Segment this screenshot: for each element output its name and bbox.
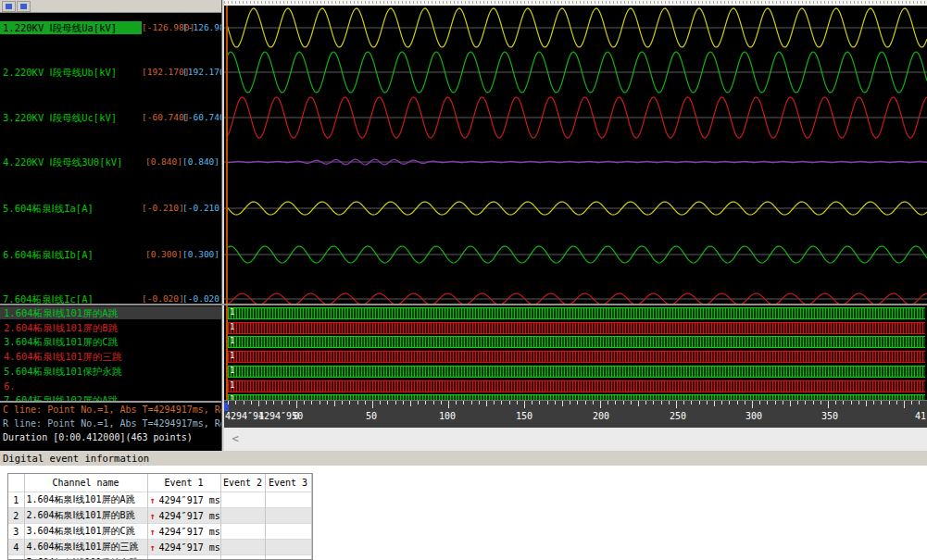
event-table-row-5[interactable]: 55.604柘泉Ⅰ线101保护永跳↑4294″917 ms [8, 555, 311, 560]
waveform-viewer-window: 1.220KV Ⅰ段母线Ua[kV][-126.980][-126.980]2.… [0, 0, 927, 560]
analog-channel-value-primary: [0.840] [142, 156, 182, 168]
axis-tick [721, 401, 722, 404]
digital-channel-row-5[interactable]: 5.604柘泉Ⅰ线101保护永跳 [0, 365, 221, 378]
event-table-header-4: Event 3 [265, 474, 311, 492]
duration-status: Duration [0:00.412000](463 points) [3, 432, 221, 442]
axis-tick [448, 401, 449, 408]
event1-cell: ↑4294″917 ms [147, 524, 220, 540]
axis-tick [866, 401, 867, 406]
event3-cell [265, 555, 311, 560]
axis-tick [539, 401, 540, 404]
digital-status-bar-1: 1 [228, 307, 925, 319]
event-info-section: Digital event information Channel nameEv… [0, 451, 927, 560]
axis-tick [357, 401, 358, 404]
axis-tick [395, 401, 396, 404]
axis-tick [418, 401, 419, 404]
analog-channel-label: 3.220KV Ⅰ段母线Uc[kV] [0, 111, 142, 124]
axis-tick-label: 350 [821, 411, 838, 421]
axis-tick [524, 401, 525, 408]
analog-channel-label: 5.604柘泉Ⅰ线Ia[A] [0, 202, 142, 215]
axis-tick [585, 401, 586, 404]
axis-tick [547, 401, 548, 404]
digital-state-value: 1 [230, 393, 234, 400]
axis-tick [775, 401, 776, 404]
axis-tick [669, 401, 670, 404]
time-cursor-line[interactable] [226, 6, 228, 400]
axis-tick [456, 401, 457, 404]
axis-tick [311, 401, 312, 404]
axis-tick [661, 401, 662, 404]
analog-wave-area[interactable] [224, 6, 927, 305]
axis-tick [889, 401, 890, 404]
axis-tick [873, 401, 874, 404]
axis-tick [843, 401, 844, 404]
axis-tick [737, 401, 738, 404]
digital-bars-area: 1111111 [224, 305, 927, 400]
analog-channel-value-primary: [0.300] [142, 248, 182, 261]
event1-cell: ↑4294″917 ms [147, 540, 220, 555]
axis-tick [615, 401, 616, 404]
axis-tick [509, 401, 510, 404]
time-axis: 4294″914294″95005010015020025030035041 [224, 400, 927, 428]
event-table-row-2[interactable]: 22.604柘泉Ⅰ线101屏的B跳↑4294″917 ms [8, 508, 311, 524]
digital-channel-row-6[interactable]: 6. [0, 380, 221, 392]
analog-channel-value-primary: [-0.210] [142, 202, 182, 215]
toolbar-button-2[interactable] [17, 1, 31, 12]
axis-tick [562, 401, 563, 406]
analog-channel-row-4[interactable]: 4.220KV Ⅰ段母线3U0[kV][0.840][0.840] [0, 156, 221, 168]
horizontal-scrollbar[interactable]: < [224, 428, 927, 451]
axis-tick [235, 401, 236, 404]
axis-tick [858, 401, 859, 404]
axis-tick [783, 401, 783, 404]
rising-edge-arrow-icon: ↑ [150, 542, 156, 553]
axis-tick [608, 401, 608, 404]
axis-tick [835, 401, 836, 404]
event-table-row-4[interactable]: 44.604柘泉Ⅰ线101屏的三跳↑4294″917 ms [8, 540, 311, 555]
axis-tick [486, 401, 487, 406]
digital-state-value: 1 [230, 350, 234, 361]
axis-tick [577, 401, 578, 404]
axis-tick [683, 401, 684, 404]
axis-tick-label: 0 [294, 411, 299, 421]
analog-channel-row-1[interactable]: 1.220KV Ⅰ段母线Ua[kV][-126.980][-126.980] [0, 21, 221, 34]
digital-event-table: Channel nameEvent 1Event 2Event 3 11.604… [8, 474, 312, 560]
event-row-number: 1 [8, 492, 24, 508]
analog-channel-label: 2.220KV Ⅰ段母线Ub[kV] [0, 66, 142, 79]
cursor-status-area: C line: Point No.=1, Abs T=4294917ms, Re… [0, 403, 221, 451]
digital-channel-row-2[interactable]: 2.604柘泉Ⅰ线101屏的B跳 [0, 321, 221, 334]
digital-channel-row-3[interactable]: 3.604柘泉Ⅰ线101屏的C跳 [0, 335, 221, 348]
digital-status-bar-3: 1 [228, 336, 925, 348]
analog-channel-value-secondary: [-0.210] [182, 202, 221, 215]
axis-tick [304, 401, 305, 404]
event2-cell [220, 524, 265, 540]
axis-tick [767, 401, 768, 404]
event-row-number: 2 [8, 508, 24, 524]
analog-channel-row-6[interactable]: 6.604柘泉Ⅰ线Ib[A][0.300][0.300] [0, 248, 221, 261]
axis-tick [821, 401, 821, 404]
digital-channel-row-4[interactable]: 4.604柘泉Ⅰ线101屏的三跳 [0, 350, 221, 363]
analog-channel-row-5[interactable]: 5.604柘泉Ⅰ线Ia[A][-0.210][-0.210] [0, 202, 221, 215]
toolbar-button-1[interactable] [2, 1, 16, 12]
c-cursor-status: C line: Point No.=1, Abs T=4294917ms, Re… [3, 404, 221, 415]
axis-tick [919, 401, 920, 404]
axis-tick [244, 401, 244, 404]
axis-tick [759, 401, 760, 404]
axis-tick [714, 401, 715, 406]
axis-tick [289, 401, 290, 404]
digital-state-value: 1 [230, 335, 234, 346]
scroll-left-arrow-icon[interactable]: < [228, 431, 243, 446]
digital-channel-row-1[interactable]: 1.604柘泉Ⅰ线101屏的A跳 [0, 306, 221, 319]
analog-digital-separator [0, 304, 927, 305]
analog-channel-row-3[interactable]: 3.220KV Ⅰ段母线Uc[kV][-60.740][-60.740] [0, 111, 221, 124]
waveform-panel: 1111111 4294″914294″95005010015020025030… [224, 0, 927, 451]
axis-tick [327, 401, 328, 404]
axis-tick [296, 401, 297, 408]
event2-cell [220, 508, 265, 524]
event3-cell [265, 508, 311, 524]
analog-channel-row-2[interactable]: 2.220KV Ⅰ段母线Ub[kV][192.170][192.170] [0, 66, 221, 79]
event-table-row-3[interactable]: 33.604柘泉Ⅰ线101屏的C跳↑4294″917 ms [8, 524, 311, 540]
axis-tick [319, 401, 320, 404]
axis-tick-label: 300 [745, 411, 762, 421]
axis-tick [501, 401, 502, 404]
event-table-row-1[interactable]: 11.604柘泉Ⅰ线101屏的A跳↑4294″917 ms [8, 492, 311, 508]
